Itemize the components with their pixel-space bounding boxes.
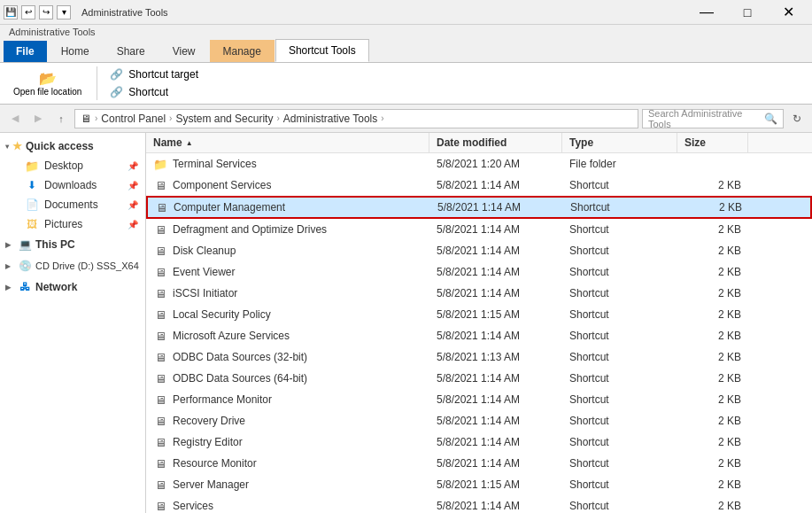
path-control-panel[interactable]: Control Panel [101, 113, 166, 125]
shortcut-row-2[interactable]: 🔗 Shortcut [106, 84, 202, 100]
file-size-cell [677, 161, 748, 167]
refresh-button[interactable]: ↻ [787, 109, 807, 128]
cd-label: CD Drive (D:) SSS_X64 [35, 260, 139, 271]
tab-file[interactable]: File [4, 41, 47, 62]
file-icon: 🖥 [153, 329, 167, 343]
file-type-cell: Shortcut [562, 263, 677, 281]
header-type[interactable]: Type [562, 133, 677, 152]
file-name-cell: 🖥 Registry Editor [146, 432, 429, 452]
file-icon: 🖥 [153, 286, 167, 300]
file-date-cell: 5/8/2021 1:14 AM [429, 412, 562, 430]
table-row[interactable]: 🖥 ODBC Data Sources (32-bit) 5/8/2021 1:… [146, 346, 812, 368]
pin-icon: 📌 [128, 161, 138, 171]
table-row[interactable]: 🖥 Local Security Policy 5/8/2021 1:15 AM… [146, 304, 812, 325]
ribbon-content: 📂 Open file location 🔗 Shortcut target 🔗… [0, 62, 812, 104]
address-bar: ◀ ▶ ↑ 🖥 › Control Panel › System and Sec… [0, 105, 812, 133]
header-size[interactable]: Size [677, 133, 748, 152]
address-input[interactable]: 🖥 › Control Panel › System and Security … [74, 109, 638, 128]
address-path: 🖥 › Control Panel › System and Security … [81, 113, 386, 125]
redo-icon[interactable]: ↪ [39, 5, 53, 19]
tab-home[interactable]: Home [48, 40, 103, 62]
star-icon: ★ [12, 140, 22, 152]
file-date-cell: 5/8/2021 1:14 AM [429, 327, 562, 345]
ribbon-tabs: File Home Share View Manage Shortcut Too… [0, 39, 812, 62]
table-row[interactable]: 📁 Terminal Services 5/8/2021 1:20 AM Fil… [146, 153, 812, 175]
sidebar-item-downloads[interactable]: ⬇ Downloads 📌 [0, 175, 145, 195]
file-size-cell: 2 KB [677, 348, 748, 366]
tab-manage[interactable]: Manage [210, 40, 275, 62]
pin-icon-downloads: 📌 [128, 181, 138, 190]
header-date[interactable]: Date modified [429, 133, 562, 152]
file-size-cell: 2 KB [677, 497, 748, 513]
table-row[interactable]: 🖥 Component Services 5/8/2021 1:14 AM Sh… [146, 175, 812, 196]
sidebar-item-pictures[interactable]: 🖼 Pictures 📌 [0, 214, 145, 234]
forward-button[interactable]: ▶ [28, 109, 48, 128]
file-type-cell: Shortcut [562, 284, 677, 302]
path-sep-2: › [169, 113, 172, 123]
table-row[interactable]: 🖥 Event Viewer 5/8/2021 1:14 AM Shortcut… [146, 261, 812, 283]
sidebar-item-quick-access[interactable]: ▾ ★ Quick access [0, 136, 145, 156]
main-area: ▾ ★ Quick access 📁 Desktop 📌 ⬇ Downloads… [0, 133, 812, 513]
download-icon: ⬇ [25, 178, 39, 192]
table-row[interactable]: 🖥 Microsoft Azure Services 5/8/2021 1:14… [146, 325, 812, 346]
undo-icon[interactable]: ↩ [21, 5, 35, 19]
sidebar-item-network[interactable]: ▶ 🖧 Network [0, 276, 145, 298]
table-row[interactable]: 🖥 Services 5/8/2021 1:14 AM Shortcut 2 K… [146, 495, 812, 513]
file-icon: 📁 [153, 157, 167, 171]
table-row[interactable]: 🖥 ODBC Data Sources (64-bit) 5/8/2021 1:… [146, 368, 812, 389]
customize-icon[interactable]: ▾ [57, 5, 71, 19]
file-icon: 🖥 [154, 200, 168, 214]
file-type-cell: Shortcut [562, 176, 677, 194]
file-type-cell: Shortcut [562, 433, 677, 451]
file-icon: 🖥 [153, 307, 167, 322]
back-button[interactable]: ◀ [5, 109, 25, 128]
sidebar-item-this-pc[interactable]: ▶ 💻 This PC [0, 234, 145, 255]
shortcut-icon-1: 🔗 [110, 68, 123, 81]
file-type-cell: Shortcut [562, 327, 677, 345]
table-row[interactable]: 🖥 Resource Monitor 5/8/2021 1:14 AM Shor… [146, 453, 812, 474]
file-type-cell: Shortcut [562, 306, 677, 323]
cd-icon: 💿 [18, 259, 32, 273]
file-icon: 🖥 [153, 350, 167, 364]
table-row[interactable]: 🖥 iSCSI Initiator 5/8/2021 1:14 AM Short… [146, 283, 812, 304]
table-row[interactable]: 🖥 Server Manager 5/8/2021 1:15 AM Shortc… [146, 474, 812, 495]
file-type-cell: Shortcut [563, 198, 678, 216]
table-row[interactable]: 🖥 Disk Cleanup 5/8/2021 1:14 AM Shortcut… [146, 240, 812, 261]
save-icon[interactable]: 💾 [4, 5, 18, 19]
tab-share[interactable]: Share [104, 40, 159, 62]
file-date-cell: 5/8/2021 1:14 AM [429, 221, 562, 238]
table-row[interactable]: 🖥 Performance Monitor 5/8/2021 1:14 AM S… [146, 389, 812, 410]
minimize-button[interactable]: — [686, 0, 727, 25]
pin-icon-pictures: 📌 [128, 220, 138, 229]
context-label: Administrative Tools [9, 27, 96, 37]
file-name-cell: 🖥 Recovery Drive [146, 411, 429, 431]
tab-shortcut-tools[interactable]: Shortcut Tools [275, 39, 369, 62]
file-type-cell: Shortcut [562, 455, 677, 472]
table-row[interactable]: 🖥 Computer Management 5/8/2021 1:14 AM S… [146, 196, 812, 219]
table-row[interactable]: 🖥 Defragment and Optimize Drives 5/8/202… [146, 219, 812, 240]
open-file-location-button[interactable]: 📂 Open file location [7, 66, 88, 100]
sort-arrow-name: ▲ [186, 139, 193, 147]
close-button[interactable]: ✕ [768, 0, 808, 25]
maximize-button[interactable]: □ [727, 0, 768, 25]
sidebar-item-documents[interactable]: 📄 Documents 📌 [0, 195, 145, 214]
shortcut-row-1[interactable]: 🔗 Shortcut target [106, 66, 202, 82]
up-button[interactable]: ↑ [51, 109, 71, 128]
header-name[interactable]: Name ▲ [146, 133, 429, 152]
quick-access-chevron: ▾ [5, 143, 9, 151]
search-box[interactable]: Search Administrative Tools 🔍 [642, 109, 784, 128]
sidebar-item-cd-drive[interactable]: ▶ 💿 CD Drive (D:) SSS_X64 [0, 255, 145, 276]
shortcut-target-group: 🔗 Shortcut target 🔗 Shortcut [106, 66, 202, 100]
file-size-cell: 2 KB [678, 198, 749, 216]
file-size-cell: 2 KB [677, 369, 748, 387]
file-name-cell: 🖥 Resource Monitor [146, 454, 429, 473]
table-row[interactable]: 🖥 Recovery Drive 5/8/2021 1:14 AM Shortc… [146, 410, 812, 431]
table-row[interactable]: 🖥 Registry Editor 5/8/2021 1:14 AM Short… [146, 431, 812, 453]
tab-view[interactable]: View [159, 40, 209, 62]
file-size-cell: 2 KB [677, 176, 748, 194]
path-system-security[interactable]: System and Security [175, 113, 273, 125]
path-admin-tools[interactable]: Administrative Tools [283, 113, 378, 125]
file-name-cell: 🖥 Server Manager [146, 475, 429, 494]
sidebar: ▾ ★ Quick access 📁 Desktop 📌 ⬇ Downloads… [0, 133, 146, 513]
sidebar-item-desktop[interactable]: 📁 Desktop 📌 [0, 156, 145, 175]
